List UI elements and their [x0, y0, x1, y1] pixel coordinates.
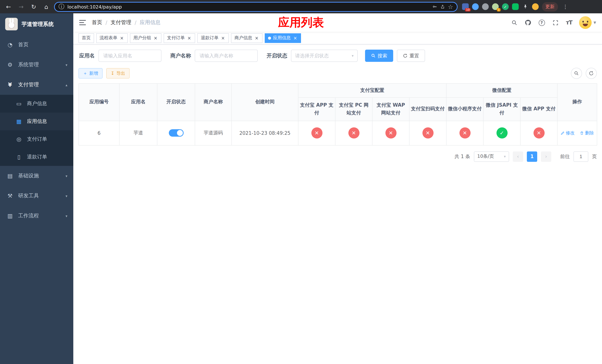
font-size-icon[interactable]: ᴛT	[565, 19, 573, 26]
active-dot	[268, 36, 271, 39]
tab-home[interactable]: 首页	[78, 33, 94, 43]
extension-check-icon[interactable]: ✓	[502, 3, 509, 10]
reset-button[interactable]: 重置	[397, 50, 425, 62]
plus-icon: ＋	[83, 70, 87, 76]
gear-icon: ⚙	[7, 62, 13, 68]
browser-toolbar: ← → ↻ ⌂ ⓘ localhost:1024/pay/app ☆ 10 1 …	[0, 0, 602, 13]
address-bar[interactable]: ⓘ localhost:1024/pay/app ☆	[54, 2, 458, 12]
extension-grid-icon[interactable]: 10	[462, 3, 469, 10]
sidebar-item-pay-orders[interactable]: ◎ 支付订单	[0, 130, 73, 148]
browser-menu-icon[interactable]: ⋮	[561, 4, 570, 10]
user-menu[interactable]: ▼	[579, 16, 596, 29]
server-icon: ▤	[7, 172, 13, 179]
add-button[interactable]: ＋ 新增	[78, 68, 103, 78]
update-button[interactable]: 更新	[542, 2, 558, 11]
status-select[interactable]: 请选择开启状态 ▾	[291, 50, 358, 62]
sidebar-item-refund-orders[interactable]: ▯ 退款订单	[0, 148, 73, 166]
sidebar-item-dev-tools[interactable]: ⚒ 研发工具 ▾	[0, 186, 73, 206]
yen-icon: ¥	[7, 81, 13, 88]
show-search-button[interactable]	[571, 68, 582, 79]
help-icon[interactable]: ?	[538, 19, 545, 26]
chevron-down-icon: ▾	[504, 154, 506, 159]
breadcrumb-current: 应用信息	[140, 19, 161, 26]
sidebar-item-system[interactable]: ⚙ 系统管理 ▾	[0, 55, 73, 75]
close-icon[interactable]: ×	[187, 35, 192, 41]
avatar	[579, 16, 592, 29]
col-alipay-app: 支付宝 APP 支付	[298, 97, 335, 121]
search-button[interactable]: 搜索	[365, 50, 393, 62]
pin-icon[interactable]	[522, 3, 529, 10]
page-1-button[interactable]: 1	[527, 151, 537, 162]
sidebar-item-merchant-info[interactable]: ▭ 商户信息	[0, 95, 73, 113]
close-icon[interactable]: ×	[153, 35, 158, 41]
chevron-down-icon: ▾	[65, 194, 67, 198]
extension-drop-icon[interactable]	[472, 3, 479, 10]
extension-avatar-icon[interactable]: 1	[492, 3, 499, 10]
extension-emoji-icon[interactable]	[532, 3, 539, 10]
close-icon[interactable]: ×	[254, 35, 259, 41]
breadcrumb-home[interactable]: 首页	[92, 19, 102, 26]
tab-user-group[interactable]: 用户分组 ×	[130, 33, 161, 43]
url-text[interactable]: localhost:1024/pay/app	[67, 4, 429, 10]
app-name-label: 应用名	[79, 52, 95, 59]
bookmark-star-icon[interactable]: ☆	[448, 3, 453, 10]
pagination: 共 1 条 10条/页 ▾ ‹ 1 › 前往 页	[78, 151, 597, 162]
home-icon[interactable]: ⌂	[42, 2, 51, 11]
tab-merchant-info[interactable]: 商户信息 ×	[231, 33, 263, 43]
tab-refund-orders[interactable]: 退款订单 ×	[197, 33, 229, 43]
sidebar-toggle-icon[interactable]	[79, 20, 86, 25]
merchant-name-input[interactable]	[195, 50, 258, 62]
apps-table: 应用编号 应用名 开启状态 商户名称 创建时间 支付宝配置 微信配置 操作 支付…	[78, 83, 597, 145]
sidebar-item-workflow[interactable]: ▥ 工作流程 ▾	[0, 206, 73, 226]
export-button[interactable]: ↧ 导出	[106, 68, 129, 78]
reload-icon[interactable]: ↻	[29, 2, 39, 11]
filter-form: 应用名 商户名称 开启状态 请选择开启状态 ▾ 搜索 重置	[78, 50, 597, 62]
col-created: 创建时间	[232, 84, 298, 121]
chevron-up-icon: ▴	[65, 83, 67, 87]
back-icon[interactable]: ←	[4, 2, 13, 11]
sidebar-item-payment[interactable]: ¥ 支付管理 ▴	[0, 75, 73, 95]
goto-page-input[interactable]	[573, 151, 588, 162]
site-info-icon[interactable]: ⓘ	[58, 3, 64, 11]
sidebar-item-app-info[interactable]: ▦ 应用信息	[0, 113, 73, 130]
chevron-down-icon: ▾	[65, 214, 67, 218]
tags-view: 首页 流程表单 × 用户分组 × 支付订单 × 退款订单 ×	[73, 32, 602, 44]
top-navbar: 首页 / 支付管理 / 应用信息 ?	[73, 13, 602, 32]
password-key-icon[interactable]	[432, 4, 437, 9]
share-icon[interactable]	[440, 4, 445, 9]
payment-submenu: ▭ 商户信息 ▦ 应用信息 ◎ 支付订单 ▯ 退款订单	[0, 95, 73, 166]
github-icon[interactable]	[524, 19, 532, 26]
close-icon[interactable]: ×	[220, 35, 226, 41]
credit-card-icon: ▭	[16, 100, 22, 107]
close-icon[interactable]: ×	[293, 35, 298, 41]
page-size-select[interactable]: 10条/页 ▾	[474, 151, 509, 162]
breadcrumb-payment[interactable]: 支付管理	[110, 19, 131, 26]
sidebar-item-home[interactable]: ◔ 首页	[0, 35, 73, 55]
goto-label: 前往	[560, 153, 570, 160]
extension-avatar-badge: 1	[497, 8, 501, 11]
tab-app-info[interactable]: 应用信息 ×	[265, 33, 301, 43]
app-name-input[interactable]	[98, 50, 161, 62]
refresh-button[interactable]	[586, 68, 597, 79]
toolbox-icon: ⚒	[7, 193, 13, 199]
extension-gray-icon[interactable]	[482, 3, 489, 10]
prev-page-button[interactable]: ‹	[513, 151, 523, 162]
tab-pay-orders[interactable]: 支付订单 ×	[164, 33, 195, 43]
search-icon[interactable]	[511, 19, 518, 26]
forward-icon[interactable]: →	[16, 2, 26, 11]
fullscreen-icon[interactable]	[552, 19, 559, 26]
next-page-button[interactable]: ›	[541, 151, 551, 162]
wechat-lite-status-icon: ✕	[459, 127, 470, 139]
edit-button[interactable]: 修改	[560, 130, 575, 136]
merchant-name-label: 商户名称	[170, 52, 191, 59]
status-toggle[interactable]	[169, 129, 183, 137]
grid-icon: ▦	[16, 118, 22, 125]
col-wechat-app: 微信 APP 支付	[520, 97, 557, 121]
sidebar-item-infra[interactable]: ▤ 基础设施 ▾	[0, 166, 73, 186]
extension-chat-icon[interactable]	[512, 3, 519, 10]
tab-process-form[interactable]: 流程表单 ×	[96, 33, 128, 43]
close-icon[interactable]: ×	[119, 35, 124, 41]
goto-unit: 页	[592, 153, 597, 160]
app-title: 芋道管理系统	[22, 21, 54, 28]
delete-button[interactable]: 删除	[580, 130, 594, 136]
